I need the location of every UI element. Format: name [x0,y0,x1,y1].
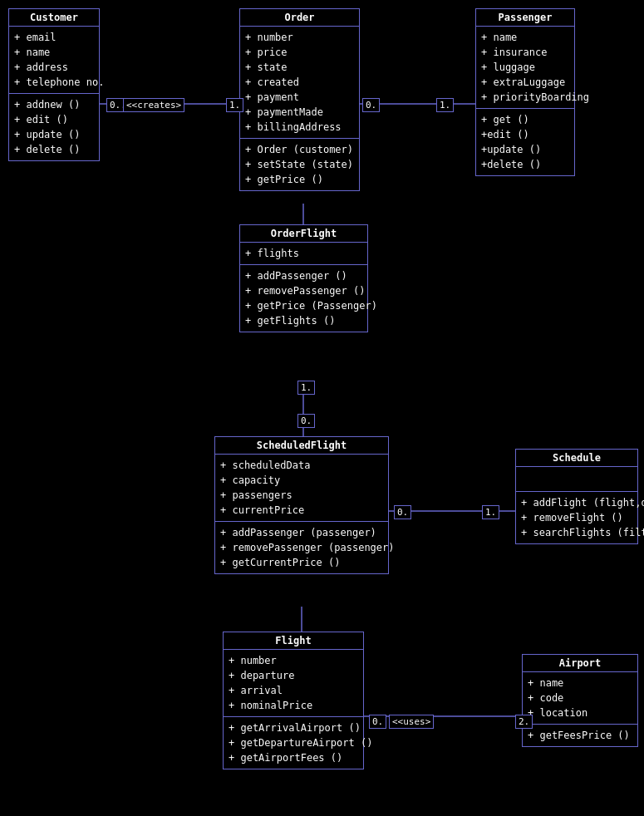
attribute-item: + paymentMade [245,105,354,120]
class-order-attributes: + number+ price+ state+ created+ payment… [240,27,359,139]
attribute-item: + telephone no. [14,75,94,90]
class-flight-title: Flight [224,632,363,650]
class-passenger-methods: + get ()+edit ()+update ()+delete () [476,109,574,175]
label-of_sf_1: 1. [297,381,315,395]
class-scheduledflight-attributes: + scheduledData+ capacity+ passengers+ c… [215,455,388,522]
method-item: + Order (customer) [245,142,354,157]
attribute-item: + email [14,30,94,45]
attribute-item: + code [528,691,632,705]
class-orderflight-title: OrderFlight [240,225,367,243]
method-item: +edit () [481,127,569,142]
method-item: + getCurrentPrice () [220,555,383,570]
class-flight: Flight+ number+ departure+ arrival+ nomi… [223,632,364,769]
class-flight-methods: + getArrivalAirport ()+ getDepartureAirp… [224,717,363,769]
label-order_pass_0: 0. [362,98,380,112]
label-cust_order_1: 1. [226,98,243,112]
class-flight-attributes: + number+ departure+ arrival+ nominalPri… [224,650,363,717]
method-item: + setState (state) [245,157,354,172]
attribute-item: + price [245,45,354,60]
class-schedule-attributes-empty [516,467,637,492]
class-schedule-title: Schedule [516,450,637,467]
attribute-item: + flights [245,246,362,261]
method-item: + getPrice (Passenger) [245,298,362,313]
attribute-item: + currentPrice [220,503,383,518]
attribute-item: + location [528,705,632,720]
attribute-item: + passengers [220,488,383,503]
class-schedule-methods: + addFlight (flight,date)+ removeFlight … [516,492,637,543]
attribute-item: + priorityBoarding [481,90,569,105]
attribute-item: + number [229,653,358,668]
method-item: +delete () [481,157,569,172]
method-item: + addnew () [14,97,94,112]
class-customer-attributes: + email+ name+ address+ telephone no. [9,27,99,94]
attribute-item: + capacity [220,473,383,488]
class-passenger-title: Passenger [476,9,574,27]
attribute-item: + name [528,676,632,691]
method-item: + getFeesPrice () [528,728,632,743]
method-item: + get () [481,112,569,127]
attribute-item: + payment [245,90,354,105]
attribute-item: + created [245,75,354,90]
class-order-title: Order [240,9,359,27]
label-order_pass_1: 1. [436,98,454,112]
attribute-item: + name [481,30,569,45]
attribute-item: + number [245,30,354,45]
method-item: + getArrivalAirport () [229,720,358,735]
label-cust_order_creates: <<creates> [123,98,184,112]
class-orderflight-attributes: + flights [240,243,367,265]
label-sf_sched_1: 1. [482,505,499,519]
method-item: + delete () [14,142,94,157]
class-customer: Customer+ email+ name+ address+ telephon… [8,8,100,161]
class-airport-attributes: + name+ code+ location [523,672,637,725]
method-item: + removePassenger (passenger) [220,540,383,555]
method-item: +update () [481,142,569,157]
method-item: + searchFlights (filter) [521,525,632,540]
class-scheduledflight: ScheduledFlight+ scheduledData+ capacity… [214,436,389,574]
class-orderflight-methods: + addPassenger ()+ removePassenger ()+ g… [240,265,367,332]
class-passenger-attributes: + name+ insurance+ luggage+ extraLuggage… [476,27,574,109]
attribute-item: + address [14,60,94,75]
method-item: + getFlights () [245,313,362,328]
method-item: + getPrice () [245,172,354,187]
class-scheduledflight-title: ScheduledFlight [215,437,388,455]
class-passenger: Passenger+ name+ insurance+ luggage+ ext… [475,8,575,176]
class-order-methods: + Order (customer)+ setState (state)+ ge… [240,139,359,190]
label-flight_airport_0: 0. [369,715,386,729]
attribute-item: + nominalPrice [229,698,358,713]
attribute-item: + insurance [481,45,569,60]
class-airport-methods: + getFeesPrice () [523,725,637,746]
class-airport-title: Airport [523,655,637,672]
attribute-item: + name [14,45,94,60]
class-order: Order+ number+ price+ state+ created+ pa… [239,8,360,191]
method-item: + addPassenger (passenger) [220,525,383,540]
method-item: + addPassenger () [245,268,362,283]
attribute-item: + billingAddress [245,120,354,135]
label-flight_airport_2: 2. [515,715,533,729]
attribute-item: + departure [229,668,358,683]
class-orderflight: OrderFlight+ flights+ addPassenger ()+ r… [239,224,368,332]
attribute-item: + scheduledData [220,458,383,473]
method-item: + getAirportFees () [229,750,358,765]
class-schedule: Schedule+ addFlight (flight,date)+ remov… [515,449,638,544]
method-item: + addFlight (flight,date) [521,495,632,510]
class-scheduledflight-methods: + addPassenger (passenger)+ removePassen… [215,522,388,573]
class-airport: Airport+ name+ code+ location+ getFeesPr… [522,654,638,747]
label-sf_sched_0: 0. [394,505,411,519]
label-flight_airport_uses: <<uses> [389,715,434,729]
method-item: + getDepartureAirport () [229,735,358,750]
attribute-item: + arrival [229,683,358,698]
method-item: + removePassenger () [245,283,362,298]
attribute-item: + luggage [481,60,569,75]
method-item: + edit () [14,112,94,127]
method-item: + removeFlight () [521,510,632,525]
attribute-item: + state [245,60,354,75]
class-customer-methods: + addnew ()+ edit ()+ update ()+ delete … [9,94,99,160]
label-of_sf_0: 0. [297,414,315,428]
class-customer-title: Customer [9,9,99,27]
attribute-item: + extraLuggage [481,75,569,90]
method-item: + update () [14,127,94,142]
